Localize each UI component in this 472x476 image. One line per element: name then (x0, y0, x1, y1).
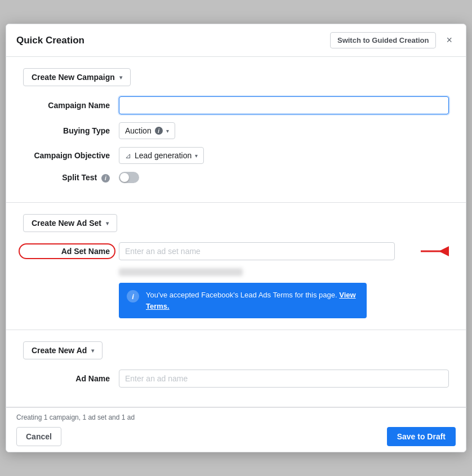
campaign-name-row: Campaign Name (23, 96, 449, 114)
ad-section-header: Create New Ad ▾ (23, 341, 449, 359)
create-ad-label: Create New Ad (32, 346, 87, 355)
create-adset-label: Create New Ad Set (32, 219, 101, 228)
adset-name-row: Ad Set Name (23, 242, 449, 260)
create-campaign-label: Create New Campaign (32, 73, 115, 82)
ad-section: Create New Ad ▾ Ad Name (6, 330, 466, 407)
blurred-row (23, 268, 449, 276)
guided-creation-button[interactable]: Switch to Guided Creation (330, 32, 437, 48)
objective-dropdown[interactable]: ⊿ Lead generation ▾ (119, 147, 204, 164)
campaign-section-header: Create New Campaign ▾ (23, 68, 449, 86)
objective-value: Lead generation (135, 151, 192, 160)
buying-type-row: Buying Type Auction i ▾ (23, 122, 449, 139)
lead-ads-info-box: i You've accepted Facebook's Lead Ads Te… (119, 283, 367, 318)
quick-creation-modal: Quick Creation Switch to Guided Creation… (6, 24, 466, 452)
info-box-text: You've accepted Facebook's Lead Ads Term… (146, 290, 359, 312)
create-new-campaign-button[interactable]: Create New Campaign ▾ (23, 68, 131, 86)
modal-footer: Creating 1 campaign, 1 ad set and 1 ad C… (6, 407, 466, 452)
adset-name-label: Ad Set Name (23, 247, 119, 256)
ad-name-label: Ad Name (23, 374, 119, 383)
red-arrow-icon (404, 243, 449, 259)
footer-summary: Creating 1 campaign, 1 ad set and 1 ad (16, 413, 456, 421)
buying-type-value: Auction (125, 126, 152, 135)
campaign-name-label: Campaign Name (23, 101, 119, 110)
footer-actions: Cancel Save to Draft (16, 427, 456, 446)
blurred-content (119, 268, 243, 276)
buying-type-label: Buying Type (23, 126, 119, 135)
split-test-info-icon[interactable]: i (101, 174, 110, 183)
funnel-icon: ⊿ (125, 152, 131, 160)
ad-dropdown-arrow-icon: ▾ (91, 348, 94, 354)
adset-section-header: Create New Ad Set ▾ (23, 214, 449, 232)
split-test-label: Split Test i (23, 173, 119, 183)
campaign-objective-row: Campaign Objective ⊿ Lead generation ▾ (23, 147, 449, 164)
ad-name-row: Ad Name (23, 370, 449, 388)
modal-header: Quick Creation Switch to Guided Creation… (6, 24, 466, 57)
split-test-toggle-wrap (119, 172, 139, 183)
arrow-annotation (404, 243, 449, 259)
campaign-name-input[interactable] (119, 96, 449, 114)
objective-label: Campaign Objective (23, 151, 119, 160)
buying-type-info-icon[interactable]: i (155, 127, 163, 135)
split-test-toggle[interactable] (119, 172, 139, 183)
modal-title: Quick Creation (16, 35, 84, 46)
modal-body: Create New Campaign ▾ Campaign Name Buyi… (6, 57, 466, 407)
adset-dropdown-arrow-icon: ▾ (106, 220, 109, 226)
save-draft-button[interactable]: Save to Draft (387, 427, 456, 446)
create-new-adset-button[interactable]: Create New Ad Set ▾ (23, 214, 117, 232)
info-box-icon: i (127, 290, 139, 302)
header-right: Switch to Guided Creation × (330, 32, 456, 48)
ad-name-input[interactable] (119, 370, 449, 388)
cancel-button[interactable]: Cancel (16, 427, 61, 446)
campaign-section: Create New Campaign ▾ Campaign Name Buyi… (6, 57, 466, 203)
campaign-dropdown-arrow-icon: ▾ (119, 74, 122, 81)
buying-type-dropdown[interactable]: Auction i ▾ (119, 122, 175, 139)
create-new-ad-button[interactable]: Create New Ad ▾ (23, 341, 103, 359)
adset-name-input[interactable] (119, 242, 395, 260)
close-button[interactable]: × (443, 33, 456, 47)
split-test-row: Split Test i (23, 172, 449, 183)
buying-type-arrow-icon: ▾ (166, 128, 169, 134)
objective-arrow-icon: ▾ (195, 153, 198, 159)
adset-section: Create New Ad Set ▾ Ad Set Name i (6, 203, 466, 330)
